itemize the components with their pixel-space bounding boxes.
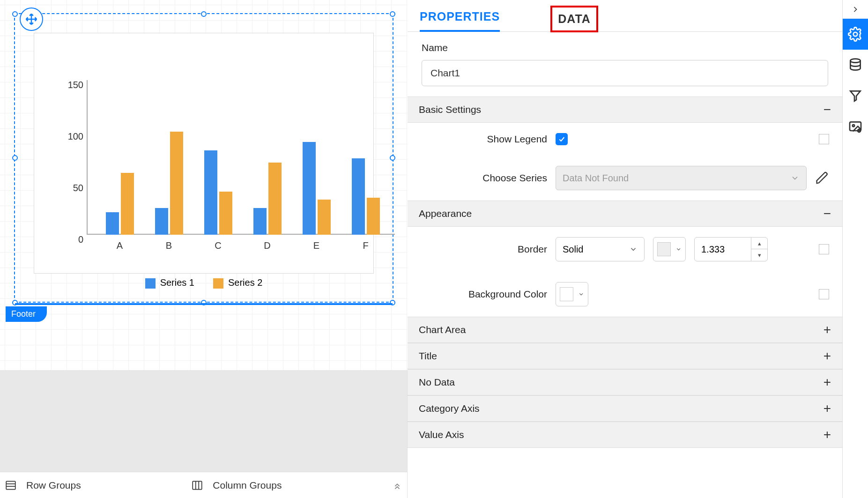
footer-section-tag[interactable]: Footer	[6, 306, 47, 322]
tab-properties[interactable]: PROPERTIES	[420, 3, 500, 32]
resize-handle[interactable]	[12, 300, 18, 305]
move-handle-icon[interactable]	[20, 7, 43, 31]
panel-tabs: PROPERTIES DATA	[408, 0, 842, 32]
color-swatch	[657, 242, 671, 256]
svg-rect-0	[6, 481, 15, 489]
svg-point-7	[850, 59, 860, 63]
resize-handle[interactable]	[390, 300, 395, 305]
resize-handle[interactable]	[12, 155, 18, 161]
expand-groups-icon[interactable]	[392, 480, 402, 491]
section-no-data[interactable]: No Data+	[408, 369, 842, 395]
expand-icon: +	[823, 427, 831, 442]
expand-icon: +	[823, 375, 831, 390]
edit-series-icon[interactable]	[815, 171, 829, 185]
groups-bar: Row Groups Column Groups	[0, 472, 407, 498]
legend-series-1: Series 1	[160, 277, 194, 288]
choose-series-select[interactable]: Data Not Found	[556, 166, 807, 190]
designer-area: Chart Title 050100150ABCDEF Series 1 Ser…	[0, 0, 408, 498]
section-category-axis[interactable]: Category Axis+	[408, 395, 842, 422]
resize-handle[interactable]	[201, 11, 207, 17]
resize-handle[interactable]	[201, 300, 207, 305]
column-groups-label[interactable]: Column Groups	[213, 480, 282, 491]
row-groups-icon	[5, 479, 17, 491]
legend-series-2: Series 2	[228, 277, 262, 288]
paper: Chart Title 050100150ABCDEF Series 1 Ser…	[0, 0, 408, 370]
svg-rect-3	[193, 481, 202, 489]
section-appearance[interactable]: Appearance −	[408, 201, 842, 227]
chevron-down-icon	[790, 173, 800, 183]
image-rail-button[interactable]	[843, 111, 868, 142]
chevron-down-icon	[578, 291, 584, 297]
svg-point-9	[853, 125, 854, 126]
advanced-toggle[interactable]	[819, 134, 829, 144]
stepper-down-icon[interactable]: ▾	[751, 249, 767, 261]
tab-data[interactable]: DATA	[551, 7, 597, 31]
border-width-input[interactable]: ▴ ▾	[694, 237, 768, 261]
section-title[interactable]: Title+	[408, 343, 842, 369]
show-legend-checkbox[interactable]	[556, 133, 568, 145]
rail-collapse-icon[interactable]	[843, 0, 868, 19]
chart-plot: 050100150ABCDEF	[34, 33, 374, 274]
resize-handle[interactable]	[390, 11, 395, 17]
choose-series-label: Choose Series	[421, 172, 547, 184]
border-label: Border	[421, 244, 547, 255]
name-input[interactable]	[422, 60, 828, 86]
canvas[interactable]: Chart Title 050100150ABCDEF Series 1 Ser…	[0, 0, 407, 472]
section-basic-settings[interactable]: Basic Settings −	[408, 97, 842, 123]
filter-rail-button[interactable]	[843, 81, 868, 111]
border-color-select[interactable]	[653, 237, 686, 261]
advanced-toggle[interactable]	[819, 244, 829, 254]
column-groups-icon	[191, 479, 203, 491]
chart-selection[interactable]: Chart Title 050100150ABCDEF Series 1 Ser…	[14, 13, 393, 303]
svg-point-6	[853, 32, 858, 37]
chart-legend: Series 1 Series 2	[15, 277, 393, 289]
section-chart-area[interactable]: Chart Area+	[408, 317, 842, 343]
properties-panel: PROPERTIES DATA Name Basic Settings − Sh…	[408, 0, 842, 498]
expand-icon: +	[823, 401, 831, 416]
border-style-select[interactable]: Solid	[556, 237, 645, 261]
name-field-label: Name	[422, 42, 828, 53]
show-legend-label: Show Legend	[421, 134, 547, 145]
stepper-up-icon[interactable]: ▴	[751, 238, 767, 249]
advanced-toggle[interactable]	[819, 289, 829, 299]
tool-rail	[842, 0, 868, 498]
collapse-icon: −	[823, 102, 831, 117]
resize-handle[interactable]	[12, 11, 18, 17]
expand-icon: +	[823, 322, 831, 337]
bgcolor-select[interactable]	[556, 282, 588, 306]
color-swatch	[560, 287, 573, 301]
chevron-down-icon	[675, 246, 682, 253]
chevron-down-icon	[629, 245, 638, 253]
row-groups-label[interactable]: Row Groups	[26, 480, 81, 491]
properties-rail-button[interactable]	[843, 19, 868, 50]
data-rail-button[interactable]	[843, 50, 868, 81]
expand-icon: +	[823, 349, 831, 364]
section-value-axis[interactable]: Value Axis+	[408, 422, 842, 448]
bgcolor-label: Background Color	[421, 289, 547, 300]
collapse-icon: −	[823, 206, 831, 221]
